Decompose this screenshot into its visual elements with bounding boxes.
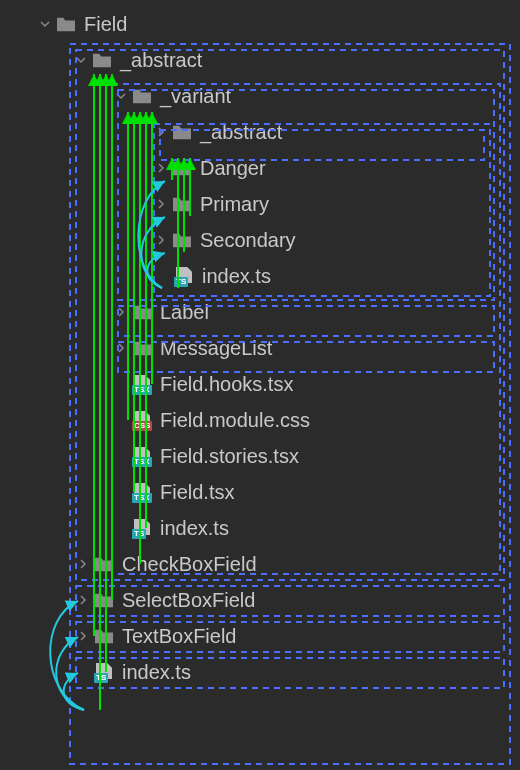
folder-icon	[92, 590, 116, 610]
tree-label: Secondary	[200, 229, 296, 252]
tree-item-danger[interactable]: Danger	[0, 150, 520, 186]
chevron-right-icon	[74, 631, 92, 641]
chevron-right-icon	[74, 559, 92, 569]
tree-item-textbox[interactable]: TextBoxField	[0, 618, 520, 654]
tree-label: MessageList	[160, 337, 272, 360]
tree-item-messagelist[interactable]: MessageList	[0, 330, 520, 366]
tree-item-abstract[interactable]: _abstract	[0, 42, 520, 78]
tree-item-primary[interactable]: Primary	[0, 186, 520, 222]
tree-item-variant-abstract[interactable]: _abstract	[0, 114, 520, 150]
tree-label: TextBoxField	[122, 625, 237, 648]
tree-item-hooks[interactable]: TSX Field.hooks.tsx	[0, 366, 520, 402]
tree-item-variant[interactable]: _variant	[0, 78, 520, 114]
tree-label: index.ts	[202, 265, 271, 288]
tsx-file-icon: TSX	[130, 446, 154, 466]
tree-item-selectbox[interactable]: SelectBoxField	[0, 582, 520, 618]
tree-item-field-tsx[interactable]: TSX Field.tsx	[0, 474, 520, 510]
tree-label: index.ts	[160, 517, 229, 540]
chevron-down-icon	[72, 55, 90, 65]
folder-icon	[90, 50, 114, 70]
chevron-right-icon	[112, 343, 130, 353]
tree-item-variant-index[interactable]: TS index.ts	[0, 258, 520, 294]
chevron-down-icon	[36, 19, 54, 29]
tsx-file-icon: TSX	[130, 482, 154, 502]
chevron-right-icon	[152, 163, 170, 173]
tree-item-secondary[interactable]: Secondary	[0, 222, 520, 258]
tree-label: _abstract	[200, 121, 282, 144]
chevron-right-icon	[152, 235, 170, 245]
tree-label: Label	[160, 301, 209, 324]
tree-item-root-index[interactable]: TS index.ts	[0, 654, 520, 690]
folder-icon	[130, 302, 154, 322]
chevron-right-icon	[74, 595, 92, 605]
tree-item-label[interactable]: Label	[0, 294, 520, 330]
chevron-right-icon	[152, 199, 170, 209]
folder-icon	[170, 230, 194, 250]
chevron-down-icon	[112, 91, 130, 101]
folder-icon	[170, 158, 194, 178]
chevron-right-icon	[112, 307, 130, 317]
folder-icon	[170, 194, 194, 214]
tree-label: CheckBoxField	[122, 553, 257, 576]
ts-file-icon: TS	[130, 518, 154, 538]
tsx-file-icon: TSX	[130, 374, 154, 394]
ts-file-icon: TS	[92, 662, 116, 682]
css-file-icon: CSS	[130, 410, 154, 430]
folder-icon	[130, 86, 154, 106]
tree-label: Field.stories.tsx	[160, 445, 299, 468]
folder-icon	[92, 554, 116, 574]
chevron-right-icon	[152, 127, 170, 137]
tree-item-checkbox[interactable]: CheckBoxField	[0, 546, 520, 582]
tree-label: Field.module.css	[160, 409, 310, 432]
tree-label: _variant	[160, 85, 231, 108]
ts-file-icon: TS	[172, 266, 196, 286]
tree-label: Field.tsx	[160, 481, 234, 504]
folder-icon	[170, 122, 194, 142]
file-tree: Field _abstract _variant _abstract Dange…	[0, 0, 520, 690]
folder-icon	[54, 14, 78, 34]
tree-item-module-css[interactable]: CSS Field.module.css	[0, 402, 520, 438]
tree-item-field[interactable]: Field	[0, 6, 520, 42]
tree-label: Primary	[200, 193, 269, 216]
tree-label: index.ts	[122, 661, 191, 684]
tree-label: Field	[84, 13, 127, 36]
tree-label: _abstract	[120, 49, 202, 72]
folder-icon	[130, 338, 154, 358]
tree-label: Danger	[200, 157, 266, 180]
tree-label: Field.hooks.tsx	[160, 373, 293, 396]
folder-icon	[92, 626, 116, 646]
tree-item-stories[interactable]: TSX Field.stories.tsx	[0, 438, 520, 474]
tree-item-abstract-index[interactable]: TS index.ts	[0, 510, 520, 546]
tree-label: SelectBoxField	[122, 589, 255, 612]
